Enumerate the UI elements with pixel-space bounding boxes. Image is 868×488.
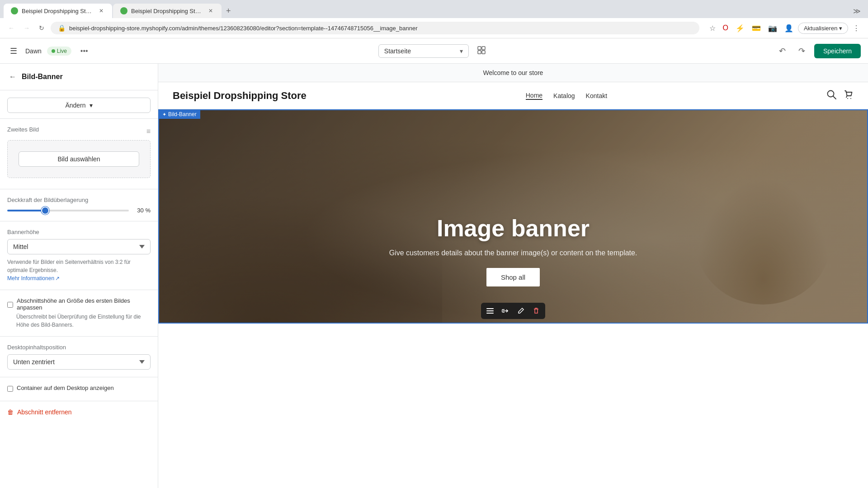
live-badge: Live <box>47 47 71 56</box>
profile-button[interactable]: 👤 <box>782 22 796 34</box>
stacked-icon[interactable]: ≡ <box>146 127 151 136</box>
delete-label: Abschnitt entfernen <box>17 408 72 416</box>
browser-chrome: Beispiel Dropshipping Store · ... ✕ Beis… <box>0 0 868 38</box>
tab-overflow-button[interactable]: ≫ <box>849 5 864 17</box>
checkbox1-row: Abschnittshöhe an Größe des ersten Bilde… <box>7 297 151 311</box>
change-label: Ändern <box>65 102 85 109</box>
view-icons <box>474 43 489 59</box>
tab-1[interactable]: Beispiel Dropshipping Store · ... ✕ <box>4 4 112 18</box>
delete-icon: 🗑 <box>7 408 14 416</box>
sidebar: ← Bild-Banner Ändern ▾ Zweites Bild ≡ Bi… <box>0 64 158 488</box>
tab-1-title: Beispiel Dropshipping Store · ... <box>22 8 94 14</box>
opera-button[interactable]: O <box>720 22 731 34</box>
banner-label: ✦ Bild-Banner <box>159 110 200 119</box>
tab-2-close[interactable]: ✕ <box>207 7 214 14</box>
desktoppos-label: Desktopinhaltsposition <box>7 344 151 351</box>
help-text-content: Verwende für Bilder ein Seitenverhältnis… <box>7 259 131 273</box>
svg-point-7 <box>850 98 851 99</box>
container-checkbox[interactable] <box>7 386 13 392</box>
mehr-info-link[interactable]: Mehr Informationen ↗ <box>7 274 60 282</box>
cart-icon[interactable] <box>844 89 854 102</box>
page-selector-arrow: ▾ <box>460 47 463 55</box>
desktoppos-section: Desktopinhaltsposition Oben links Oben z… <box>0 337 158 377</box>
wallet-button[interactable]: 💳 <box>749 22 764 34</box>
search-icon[interactable] <box>826 89 836 102</box>
abschnittshoehe-checkbox[interactable] <box>7 299 13 311</box>
svg-point-6 <box>847 98 848 99</box>
svg-rect-1 <box>482 47 485 50</box>
aktualisieren-button[interactable]: Aktualisieren ▾ <box>798 23 848 34</box>
opacity-slider[interactable] <box>7 210 129 211</box>
select-image-button[interactable]: Bild auswählen <box>19 151 139 167</box>
nav-home[interactable]: Home <box>526 92 542 100</box>
ssl-icon: 🔒 <box>58 24 66 32</box>
nav-kontakt[interactable]: Kontakt <box>586 92 607 99</box>
live-dot <box>52 49 55 53</box>
nav-katalog[interactable]: Katalog <box>553 92 575 99</box>
svg-rect-8 <box>486 308 494 309</box>
page-selector-value: Startseite <box>384 47 411 55</box>
editor-sidebar-toggle[interactable]: ☰ <box>7 43 20 59</box>
menu-button[interactable]: ⋮ <box>850 22 863 34</box>
bannerhoehe-select[interactable]: Klein Mittel Groß Angepasst <box>7 239 151 254</box>
change-button[interactable]: Ändern ▾ <box>7 98 151 113</box>
banner-title: Image banner <box>332 215 694 242</box>
reload-button[interactable]: ↻ <box>36 23 47 33</box>
bannerhoehe-section: Bannerhöhe Klein Mittel Groß Angepasst V… <box>0 221 158 290</box>
checkbox1-desc: Überschreibt bei Überprüfung die Einstel… <box>7 313 151 329</box>
sidebar-back-button[interactable]: ← <box>7 71 18 83</box>
toolbar-delete-button[interactable] <box>529 305 543 317</box>
grid-view-button[interactable] <box>474 43 489 59</box>
svg-rect-2 <box>478 51 481 54</box>
undo-button[interactable]: ↶ <box>775 43 789 59</box>
editor-body: ← Bild-Banner Ändern ▾ Zweites Bild ≡ Bi… <box>0 64 868 488</box>
toolbar-reorder-button[interactable] <box>483 305 497 317</box>
floating-toolbar <box>481 303 545 319</box>
shop-all-button[interactable]: Shop all <box>486 268 540 286</box>
zweites-bild-section: Zweites Bild ≡ Bild auswählen <box>0 119 158 189</box>
redo-button[interactable]: ↷ <box>795 43 809 59</box>
address-bar-row: ← → ↻ 🔒 beispiel-dropshipping-store.mysh… <box>0 18 868 38</box>
banner-image: Image banner Give customers details abou… <box>159 110 867 323</box>
screenshot-button[interactable]: 📷 <box>765 22 780 34</box>
extensions-button[interactable]: ⚡ <box>733 22 747 34</box>
bookmark-button[interactable]: ☆ <box>707 22 718 34</box>
store-nav: Home Katalog Kontakt <box>526 92 607 100</box>
deckkraft-label: Deckkraft der Bildüberlagerung <box>7 197 151 203</box>
editor-header: ☰ Dawn Live ••• Startseite ▾ ↶ ↷ Speiche… <box>0 38 868 64</box>
checkbox2-section: Container auf dem Desktop anzeigen <box>0 377 158 401</box>
sidebar-header: ← Bild-Banner <box>0 64 158 90</box>
checkbox2-row: Container auf dem Desktop anzeigen <box>7 385 151 392</box>
page-selector[interactable]: Startseite ▾ <box>378 44 469 58</box>
tab-2[interactable]: Beispiel Dropshipping Store ✕ <box>113 4 222 18</box>
toolbar-swap-button[interactable] <box>498 305 513 317</box>
zweites-bild-label: Zweites Bild <box>7 126 39 133</box>
back-nav-button[interactable]: ← <box>5 23 17 33</box>
zweites-bild-header: Zweites Bild ≡ <box>7 126 151 136</box>
bannerhoehe-label: Bannerhöhe <box>7 229 151 235</box>
desktoppos-select[interactable]: Oben links Oben zentriert Oben rechts Mi… <box>7 354 151 370</box>
change-section: Ändern ▾ <box>0 90 158 119</box>
svg-rect-9 <box>486 310 494 311</box>
tab-2-title: Beispiel Dropshipping Store <box>131 8 203 14</box>
delete-section[interactable]: 🗑 Abschnitt entfernen <box>0 401 158 423</box>
address-bar[interactable]: 🔒 beispiel-dropshipping-store.myshopify.… <box>51 22 699 34</box>
mehr-info-icon: ↗ <box>55 274 60 282</box>
more-options-button[interactable]: ••• <box>77 45 92 57</box>
svg-rect-0 <box>478 47 481 50</box>
new-tab-button[interactable]: + <box>222 5 235 18</box>
tab-1-close[interactable]: ✕ <box>98 7 105 14</box>
forward-nav-button[interactable]: → <box>21 23 33 33</box>
tab-1-favicon <box>11 7 18 14</box>
checkbox2-label[interactable]: Container auf dem Desktop anzeigen <box>17 385 114 392</box>
image-placeholder: Bild auswählen <box>7 140 151 178</box>
toolbar-edit-button[interactable] <box>514 305 528 317</box>
announcement-text: Welcome to our store <box>483 69 543 76</box>
address-text: beispiel-dropshipping-store.myshopify.co… <box>69 25 692 32</box>
checkbox1-label[interactable]: Abschnittshöhe an Größe des ersten Bilde… <box>17 297 151 311</box>
store-logo: Beispiel Dropshipping Store <box>173 90 307 102</box>
preview-area: Welcome to our store Beispiel Dropshippi… <box>158 64 868 488</box>
save-button[interactable]: Speichern <box>814 44 861 58</box>
deckkraft-section: Deckkraft der Bildüberlagerung 30 % <box>0 189 158 221</box>
svg-rect-3 <box>482 51 485 54</box>
